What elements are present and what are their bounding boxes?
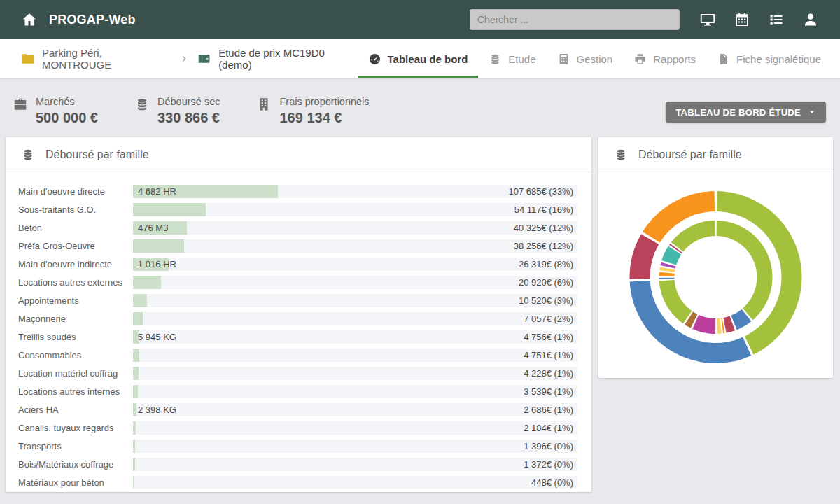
panel-title: Déboursé par famille (638, 148, 742, 161)
bar-value-label: 10 520€ (3%) (519, 294, 573, 307)
family-label: Béton (18, 223, 133, 233)
tab-label: Tableau de bord (388, 53, 468, 65)
bar-value-label: 1 396€ (0%) (524, 440, 573, 453)
list-icon[interactable] (768, 11, 785, 28)
bar-value-label: 4 756€ (1%) (524, 330, 573, 344)
tab-rapports[interactable]: Rapports (623, 39, 706, 78)
bar-track: 7 057€ (2%) (133, 312, 578, 326)
tab-fiche-signaletique[interactable]: Fiche signalétique (706, 39, 832, 78)
breadcrumb-project[interactable]: Parking Péri, MONTROUGE (42, 47, 172, 71)
bar-quantity-label: 4 682 HR (138, 185, 176, 198)
bar[interactable] (133, 440, 135, 453)
bar-track: 3 539€ (1%) (133, 385, 578, 398)
stat-label: Marchés (36, 96, 98, 107)
family-label: Consommables (18, 350, 133, 360)
donut-inner-slice-blue[interactable] (659, 278, 675, 279)
bar[interactable] (133, 349, 139, 362)
bar[interactable] (133, 403, 136, 416)
family-label: Location matériel coffrag (18, 368, 133, 379)
debourse-donut-panel: Déboursé par famille (598, 137, 833, 378)
donut-chart-area (598, 172, 833, 377)
family-label: Sous-traitants G.O. (18, 204, 133, 215)
bar[interactable] (133, 421, 136, 435)
bar-value-label: 448€ (0%) (531, 476, 573, 489)
bar-value-label: 2 184€ (1%) (524, 421, 573, 435)
tab-tableau-de-bord[interactable]: Tableau de bord (358, 39, 479, 78)
stat-frais-proportionnels: Frais proportionnels 169 134 € (256, 96, 369, 126)
debourse-bar-panel: Déboursé par famille Main d'oeuvre direc… (6, 137, 592, 492)
coins-icon (134, 97, 150, 112)
user-icon[interactable] (802, 11, 819, 28)
bar-value-label: 54 117€ (16%) (514, 203, 573, 216)
donut-inner-slice-magenta[interactable] (692, 315, 715, 334)
bar[interactable] (133, 294, 147, 307)
donut-chart (598, 172, 833, 377)
donut-inner-slice-teal[interactable] (662, 246, 681, 265)
bar[interactable] (133, 476, 134, 489)
donut-inner-slice-green[interactable] (659, 280, 692, 323)
family-label: Locations autres internes (18, 386, 133, 397)
dashboard-menu-button[interactable]: TABLEAU DE BORD ÉTUDE (666, 102, 826, 122)
dashboard-menu-label: TABLEAU DE BORD ÉTUDE (676, 107, 801, 118)
bar-track: 2 184€ (1%) (133, 421, 578, 435)
bar-value-label: 2 686€ (1%) (524, 403, 573, 416)
donut-outer-slice-red[interactable] (630, 234, 659, 279)
bar-value-label: 20 920€ (6%) (519, 276, 573, 289)
bar[interactable] (133, 458, 135, 471)
family-row: Aciers HA 2 398 KG 2 686€ (1%) (18, 400, 578, 419)
bar[interactable] (133, 239, 184, 253)
monitor-icon[interactable] (699, 11, 716, 28)
dashboard-icon (368, 52, 382, 66)
bar-track: 20 920€ (6%) (133, 276, 578, 289)
bar[interactable] (133, 276, 161, 289)
breadcrumb-tabs-bar: Parking Péri, MONTROUGE Etude de prix MC… (0, 39, 840, 79)
bar[interactable] (133, 312, 143, 326)
family-label: Main d'oeuvre indirecte (18, 259, 133, 270)
family-label: Matériaux pour béton (18, 477, 133, 488)
family-row: Canalis. tuyaux regards 2 184€ (1%) (18, 419, 578, 437)
app-title: PROGAP-Web (49, 13, 136, 27)
family-row: Matériaux pour béton 448€ (0%) (18, 473, 578, 491)
tab-gestion[interactable]: Gestion (547, 39, 624, 78)
breadcrumb-study[interactable]: Etude de prix MC19D0 (demo) (218, 47, 357, 71)
topbar: PROGAP-Web (0, 0, 840, 39)
bar[interactable] (133, 385, 138, 398)
folder-icon (21, 52, 35, 66)
bar-quantity-label: 5 945 KG (138, 330, 176, 344)
panel-header: Déboursé par famille (6, 137, 592, 172)
bar-value-label: 3 539€ (1%) (524, 385, 573, 398)
panel-header: Déboursé par famille (598, 137, 833, 172)
coins-icon (21, 148, 35, 162)
search-box (470, 9, 680, 30)
donut-inner-slice-orange[interactable] (659, 272, 675, 276)
bar-track: 1 396€ (0%) (133, 440, 578, 453)
wallet-icon (197, 52, 211, 66)
breadcrumb: Parking Péri, MONTROUGE Etude de prix MC… (21, 47, 358, 71)
bar-track: 4 228€ (1%) (133, 367, 578, 380)
tab-etude[interactable]: Etude (478, 39, 546, 78)
bar-track: 2 398 KG 2 686€ (1%) (133, 403, 578, 416)
home-icon[interactable] (21, 11, 38, 28)
family-row: Locations autres internes 3 539€ (1%) (18, 382, 578, 400)
calendar-icon[interactable] (734, 11, 750, 28)
bar-track: 448€ (0%) (133, 476, 578, 489)
family-row: Treillis soudés 5 945 KG 4 756€ (1%) (18, 328, 578, 346)
bar[interactable] (133, 367, 139, 380)
coins-icon (489, 52, 502, 66)
donut-inner-slice-green[interactable] (717, 220, 773, 320)
bar[interactable] (133, 203, 206, 216)
bar-track: 38 256€ (12%) (133, 239, 578, 253)
family-label: Canalis. tuyaux regards (18, 423, 133, 433)
donut-inner-slice-yellow[interactable] (717, 318, 721, 334)
family-rows: Main d'oeuvre directe 4 682 HR 107 685€ … (6, 172, 592, 491)
family-label: Appointements (18, 295, 133, 306)
stat-marches: Marchés 500 000 € (13, 96, 98, 126)
search-input[interactable] (470, 9, 680, 30)
bar-track: 1 016 HR 26 319€ (8%) (133, 258, 578, 271)
donut-inner-slice-green[interactable] (671, 220, 715, 252)
main-content: Déboursé par famille Main d'oeuvre direc… (0, 137, 840, 492)
printer-icon (634, 52, 647, 66)
bar-quantity-label: 1 016 HR (138, 258, 176, 271)
calculator-icon (557, 52, 570, 66)
bar-track: 54 117€ (16%) (133, 203, 578, 216)
